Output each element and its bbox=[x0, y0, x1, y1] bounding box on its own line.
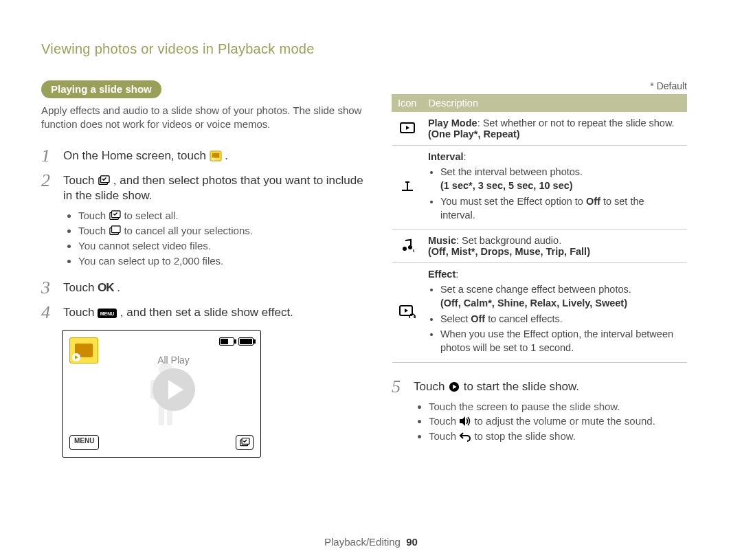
sub-item: Touch to stop the slide show. bbox=[429, 429, 655, 444]
opt-colon: : bbox=[456, 269, 458, 280]
svg-rect-23 bbox=[402, 190, 413, 191]
step-2-sub: Touch to select all. Touch bbox=[78, 208, 364, 268]
li-text: Set the interval between photos. bbox=[440, 166, 583, 177]
svg-point-26 bbox=[403, 247, 407, 251]
step-number: 1 bbox=[41, 147, 56, 165]
step-5-sub: Touch the screen to pause the slide show… bbox=[429, 399, 655, 444]
step-text: Touch bbox=[63, 281, 98, 294]
manual-page: Viewing photos or videos in Playback mod… bbox=[0, 0, 742, 560]
opt-title: Interval bbox=[428, 151, 464, 162]
svg-marker-12 bbox=[75, 355, 78, 359]
step-5: 5 Touch to start the slide show. Touch t… bbox=[392, 378, 687, 448]
battery-icon bbox=[238, 337, 254, 346]
list-item: Set a scene change effect between photos… bbox=[440, 282, 682, 311]
steps-list-right: 5 Touch to start the slide show. Touch t… bbox=[392, 378, 687, 448]
li-text: to cancel effects. bbox=[485, 313, 563, 324]
list-item: Set the interval between photos. (1 sec*… bbox=[440, 165, 682, 193]
select-all-icon bbox=[109, 210, 121, 221]
menu-button-icon: MENU bbox=[98, 309, 117, 318]
table-row: Play Mode: Set whether or not to repeat … bbox=[392, 112, 687, 146]
step-text: Touch bbox=[63, 306, 98, 319]
li-text: Set a scene change effect between photos… bbox=[440, 284, 631, 295]
step-text: , and then set a slide show effect. bbox=[120, 306, 293, 319]
sub-text: to stop the slide show. bbox=[474, 430, 576, 442]
sub-item: Touch to cancel all your selections. bbox=[78, 223, 364, 238]
sub-item: You can select up to 2,000 files. bbox=[78, 254, 364, 269]
footer-section: Playback/Editing bbox=[324, 536, 401, 548]
opt-values: (Off, Mist*, Drops, Muse, Trip, Fall) bbox=[428, 246, 590, 257]
opt-title: Music bbox=[428, 235, 456, 246]
step-4: 4 Touch MENU , and then set a slide show… bbox=[41, 304, 364, 322]
steps-list: 1 On the Home screen, touch . 2 Touch bbox=[41, 147, 364, 322]
sub-text: Touch bbox=[78, 210, 109, 221]
step-number: 3 bbox=[41, 279, 56, 297]
page-number: 90 bbox=[406, 536, 418, 548]
step-text: . bbox=[225, 149, 228, 162]
opt-list: Set a scene change effect between photos… bbox=[440, 282, 682, 355]
svg-text:MST: MST bbox=[413, 249, 414, 252]
thumb-play-icon bbox=[72, 353, 80, 361]
sub-item: Touch to adjust the volume or mute the s… bbox=[429, 414, 655, 429]
sub-text: to cancel all your selections. bbox=[124, 225, 253, 236]
list-item: You must set the Effect option to Off to… bbox=[440, 194, 682, 223]
options-table: Icon Description Play Mode: Set whether … bbox=[392, 94, 687, 363]
sub-text: to select all. bbox=[124, 210, 178, 221]
li-text: Select bbox=[440, 313, 471, 324]
step-1: 1 On the Home screen, touch . bbox=[41, 147, 364, 165]
sub-item: You cannot select video files. bbox=[78, 238, 364, 254]
interval-icon bbox=[392, 146, 423, 229]
step-2: 2 Touch , and then select photos that yo… bbox=[41, 172, 364, 273]
default-note: * Default bbox=[392, 80, 687, 91]
list-item: When you use the Effect option, the inte… bbox=[440, 327, 682, 355]
big-play-button-icon bbox=[153, 368, 195, 411]
status-icons bbox=[219, 337, 254, 346]
step-text: Touch bbox=[414, 380, 448, 393]
select-photos-icon bbox=[98, 175, 110, 186]
li-text: You must set the Effect option to bbox=[440, 196, 586, 207]
step-3: 3 Touch OK . bbox=[41, 279, 364, 297]
slideshow-preview-frame: All Play MENU bbox=[62, 330, 261, 458]
step-text: to start the slide show. bbox=[464, 380, 579, 393]
select-chip-icon bbox=[236, 435, 254, 450]
volume-icon bbox=[459, 416, 471, 427]
section-pill: Playing a slide show bbox=[41, 80, 161, 98]
step-number: 4 bbox=[41, 304, 56, 322]
right-column: * Default Icon Description Play Mode: Se… bbox=[392, 80, 687, 458]
opt-body: : Set background audio. bbox=[456, 235, 561, 246]
opt-body: : Set whether or not to repeat the slide… bbox=[477, 117, 675, 128]
li-bold: Off bbox=[471, 313, 485, 324]
table-row: CALM Effect: Set a scene change effect b… bbox=[392, 263, 687, 362]
table-header-row: Icon Description bbox=[392, 95, 687, 112]
sub-text: Touch bbox=[429, 415, 459, 427]
deselect-all-icon bbox=[109, 225, 121, 236]
effect-icon: CALM bbox=[392, 263, 423, 362]
svg-marker-22 bbox=[406, 126, 409, 130]
li-bold: Off bbox=[586, 196, 600, 207]
svg-text:CALM: CALM bbox=[414, 315, 416, 318]
opt-values: (1 sec*, 3 sec, 5 sec, 10 sec) bbox=[440, 180, 573, 191]
preview-bottom-bar: MENU bbox=[69, 435, 254, 450]
th-description: Description bbox=[423, 95, 687, 112]
opt-title: Effect bbox=[428, 269, 456, 280]
step-text: On the Home screen, touch bbox=[63, 149, 210, 162]
sub-item: Touch the screen to pause the slide show… bbox=[429, 399, 655, 414]
opt-list: Set the interval between photos. (1 sec*… bbox=[440, 165, 682, 222]
page-footer: Playback/Editing 90 bbox=[0, 536, 742, 548]
preview-center: All Play bbox=[121, 355, 226, 433]
slideshow-thumb-icon bbox=[69, 337, 98, 363]
opt-title: Play Mode bbox=[428, 117, 477, 128]
opt-values: (One Play*, Repeat) bbox=[428, 128, 520, 139]
two-column-layout: Playing a slide show Apply effects and a… bbox=[41, 80, 701, 458]
th-icon: Icon bbox=[392, 95, 423, 112]
step-text: Touch bbox=[63, 174, 98, 187]
svg-rect-25 bbox=[405, 181, 409, 183]
svg-rect-9 bbox=[112, 226, 120, 233]
svg-point-27 bbox=[408, 245, 412, 249]
slideshow-home-icon bbox=[210, 150, 222, 161]
svg-rect-1 bbox=[212, 153, 219, 157]
cell-desc: Music: Set background audio. (Off, Mist*… bbox=[423, 229, 687, 263]
all-play-label: All Play bbox=[157, 355, 190, 366]
play-mode-icon bbox=[392, 112, 423, 146]
step-body: On the Home screen, touch . bbox=[63, 147, 228, 165]
cell-desc: Effect: Set a scene change effect betwee… bbox=[423, 263, 687, 362]
